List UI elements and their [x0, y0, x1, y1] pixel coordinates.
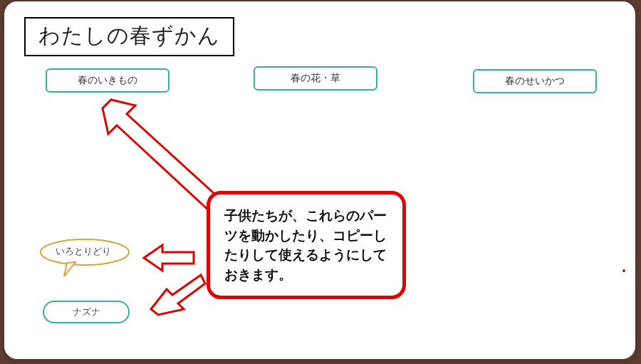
category-card-seikatsu[interactable]: 春のせいかつ [473, 69, 597, 93]
svg-marker-0 [103, 100, 222, 212]
instruction-callout: 子供たちが、これらのパーツを動かしたり、コピーしたりして使えるようにしておきます… [207, 191, 406, 299]
bubble-label: いろとりどり [56, 246, 111, 256]
item-label-nazuna[interactable]: ナズナ [43, 301, 130, 323]
arrow-down-left-small-icon [145, 272, 207, 318]
slide-canvas: わたしの春ずかん 春のいきもの 春の花・草 春のせいかつ いろとりどり [4, 1, 635, 359]
category-card-ikimono[interactable]: 春のいきもの [46, 68, 170, 93]
card-label: 春のせいかつ [505, 75, 565, 88]
arrow-left-small-icon [141, 242, 197, 274]
category-card-hanakusa[interactable]: 春の花・草 [254, 66, 377, 90]
marker-dot [622, 269, 625, 272]
card-label: 春の花・草 [291, 72, 340, 85]
item-label-text: ナズナ [73, 306, 100, 318]
callout-text: 子供たちが、これらのパーツを動かしたり、コピーしたりして使えるようにしておきます… [224, 208, 387, 282]
svg-marker-4 [151, 275, 205, 315]
title-text: わたしの春ずかん [38, 24, 220, 47]
card-label: 春のいきもの [78, 74, 137, 87]
speech-bubble-text: いろとりどり [37, 241, 130, 262]
svg-marker-3 [144, 245, 194, 271]
title-box: わたしの春ずかん [24, 17, 234, 56]
